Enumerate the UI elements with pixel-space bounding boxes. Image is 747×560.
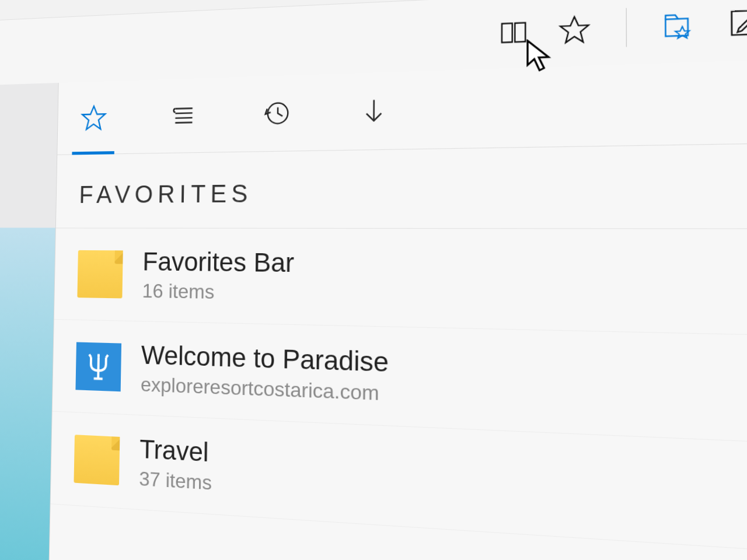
item-title: Welcome to Paradise — [141, 340, 389, 377]
favorite-star-icon[interactable] — [558, 13, 591, 46]
hub-tab-favorites[interactable] — [72, 81, 116, 155]
hub-icon[interactable] — [663, 9, 697, 41]
page-preview-image — [0, 226, 55, 560]
item-subtext: 16 items — [142, 279, 294, 305]
hub-panel: FAVORITES Favorites Bar 16 items — [47, 57, 747, 560]
web-note-icon[interactable] — [727, 6, 747, 40]
hub-heading: FAVORITES — [56, 142, 747, 229]
folder-icon — [74, 435, 120, 485]
svg-line-13 — [98, 358, 99, 379]
reading-view-icon[interactable] — [498, 16, 529, 48]
item-title: Travel — [139, 434, 212, 467]
svg-marker-4 — [560, 16, 588, 43]
item-subtext: 37 items — [139, 467, 212, 495]
favorites-folder-item[interactable]: Favorites Bar 16 items — [54, 228, 747, 337]
hub-tab-reading-list[interactable] — [161, 78, 206, 153]
toolbar-separator — [626, 8, 627, 47]
site-icon — [75, 342, 121, 392]
browser-window: FAVORITES Favorites Bar 16 items — [0, 0, 747, 560]
page-preview-strip — [0, 83, 59, 560]
item-title: Favorites Bar — [142, 247, 294, 278]
hub-tab-downloads[interactable] — [350, 72, 398, 150]
favorites-list: Favorites Bar 16 items — [47, 228, 747, 560]
folder-icon — [77, 250, 123, 299]
svg-marker-10 — [82, 106, 106, 130]
item-subtext: exploreresortcostarica.com — [141, 373, 389, 406]
hub-tab-history[interactable] — [253, 75, 300, 152]
svg-line-14 — [94, 379, 103, 379]
